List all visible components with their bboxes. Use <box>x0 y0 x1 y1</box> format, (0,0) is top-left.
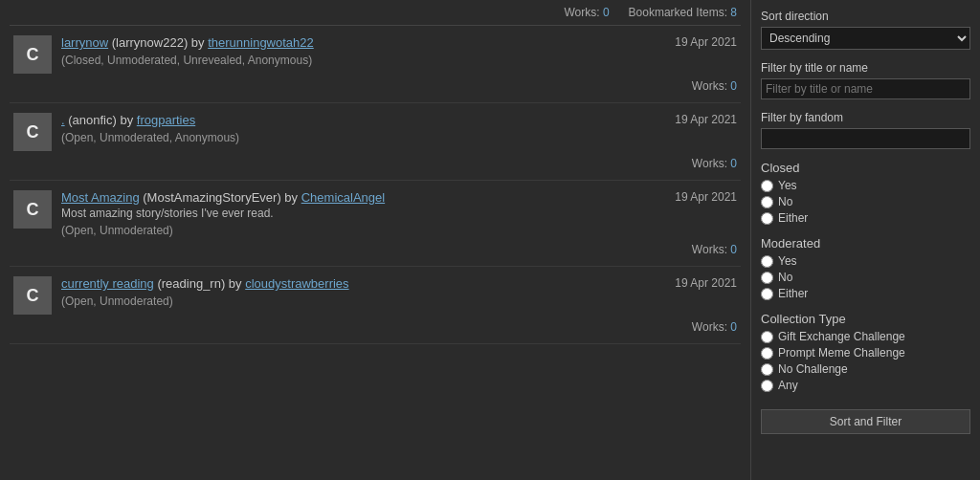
collection-author-link[interactable]: ChemicalAngel <box>301 190 385 205</box>
collection-left: C . (anonfic) by frogparties (Open, Unmo… <box>13 113 239 151</box>
closed-yes-radio[interactable] <box>761 180 773 192</box>
collection-header: C . (anonfic) by frogparties (Open, Unmo… <box>13 113 737 151</box>
collection-info: Most Amazing (MostAmazingStoryEver) by C… <box>61 190 385 237</box>
collection-meta: (Open, Unmoderated) <box>61 295 349 308</box>
works-count: Works: 0 <box>13 243 737 256</box>
works-count: Works: 0 <box>13 157 737 170</box>
gift-exchange-label[interactable]: Gift Exchange Challenge <box>761 330 970 343</box>
any-text: Any <box>778 379 798 392</box>
works-count: Works: 0 <box>13 79 737 93</box>
collection-item: C . (anonfic) by frogparties (Open, Unmo… <box>10 103 741 181</box>
filter-title-section: Filter by title or name <box>761 61 970 99</box>
works-label: Works: 0 <box>554 6 609 19</box>
closed-yes-label[interactable]: Yes <box>761 179 970 192</box>
works-count-link[interactable]: 0 <box>730 79 737 93</box>
top-bar: Works: 0 Bookmarked Items: 8 <box>10 0 741 26</box>
avatar: C <box>13 113 52 151</box>
any-radio[interactable] <box>761 380 773 392</box>
collection-title-link[interactable]: currently reading <box>61 276 154 291</box>
closed-either-radio[interactable] <box>761 212 773 225</box>
filter-title-input[interactable] <box>761 78 970 99</box>
prompt-meme-radio[interactable] <box>761 347 773 360</box>
collection-title-link[interactable]: . <box>61 113 65 127</box>
moderated-no-label[interactable]: No <box>761 271 970 284</box>
filter-title-label: Filter by title or name <box>761 61 970 75</box>
prompt-meme-label[interactable]: Prompt Meme Challenge <box>761 346 970 360</box>
bookmarked-label: Bookmarked Items: 8 <box>619 6 737 19</box>
collection-date: 19 Apr 2021 <box>675 190 737 204</box>
collection-title: larrynow (larrynow222) by therunningwota… <box>61 35 314 50</box>
works-count-link[interactable]: 0 <box>730 157 737 170</box>
collection-date: 19 Apr 2021 <box>675 35 737 49</box>
collection-left: C Most Amazing (MostAmazingStoryEver) by… <box>13 190 385 237</box>
sort-filter-button[interactable]: Sort and Filter <box>761 409 970 434</box>
any-label[interactable]: Any <box>761 379 970 392</box>
collection-meta: (Open, Unmoderated, Anonymous) <box>61 131 239 144</box>
collection-type-radio-group: Gift Exchange Challenge Prompt Meme Chal… <box>761 330 970 392</box>
works-count-link[interactable]: 0 <box>603 6 610 19</box>
collection-info: . (anonfic) by frogparties (Open, Unmode… <box>61 113 239 144</box>
collection-left: C currently reading (reading_rn) by clou… <box>13 276 349 315</box>
closed-yes-text: Yes <box>778 179 797 192</box>
closed-either-label[interactable]: Either <box>761 211 970 225</box>
gift-exchange-text: Gift Exchange Challenge <box>778 330 905 343</box>
collection-type-section: Collection Type Gift Exchange Challenge … <box>761 312 970 392</box>
avatar: C <box>13 276 52 315</box>
collection-left: C larrynow (larrynow222) by therunningwo… <box>13 35 314 74</box>
works-count-link[interactable]: 0 <box>730 243 737 256</box>
collection-header: C currently reading (reading_rn) by clou… <box>13 276 737 315</box>
collection-description: Most amazing story/stories I've ever rea… <box>61 207 385 220</box>
closed-heading: Closed <box>761 161 970 175</box>
filter-fandom-label: Filter by fandom <box>761 111 970 124</box>
moderated-radio-group: Yes No Either <box>761 254 970 300</box>
collection-header: C Most Amazing (MostAmazingStoryEver) by… <box>13 190 737 237</box>
moderated-heading: Moderated <box>761 236 970 251</box>
moderated-no-radio[interactable] <box>761 272 773 284</box>
moderated-yes-radio[interactable] <box>761 255 773 268</box>
avatar: C <box>13 190 52 229</box>
collection-meta: (Open, Unmoderated) <box>61 224 385 237</box>
collections-list: C larrynow (larrynow222) by therunningwo… <box>10 26 741 344</box>
closed-no-radio[interactable] <box>761 196 773 208</box>
prompt-meme-text: Prompt Meme Challenge <box>778 346 905 360</box>
gift-exchange-radio[interactable] <box>761 331 773 343</box>
collection-info: currently reading (reading_rn) by cloudy… <box>61 276 349 308</box>
moderated-yes-text: Yes <box>778 254 797 268</box>
moderated-no-text: No <box>778 271 792 284</box>
filter-fandom-input[interactable] <box>761 128 970 149</box>
collection-item: C Most Amazing (MostAmazingStoryEver) by… <box>10 181 741 267</box>
bookmarked-count-link[interactable]: 8 <box>730 6 737 19</box>
collection-info: larrynow (larrynow222) by therunningwota… <box>61 35 314 67</box>
collection-meta: (Closed, Unmoderated, Unrevealed, Anonym… <box>61 54 314 67</box>
moderated-either-radio[interactable] <box>761 288 773 300</box>
collection-item: C currently reading (reading_rn) by clou… <box>10 267 741 344</box>
collection-date: 19 Apr 2021 <box>675 113 737 126</box>
collection-title-link[interactable]: Most Amazing <box>61 190 140 205</box>
closed-no-label[interactable]: No <box>761 195 970 208</box>
avatar: C <box>13 35 52 74</box>
collection-title: currently reading (reading_rn) by cloudy… <box>61 276 349 291</box>
moderated-either-label[interactable]: Either <box>761 287 970 300</box>
collection-author-link[interactable]: frogparties <box>137 113 195 127</box>
collection-title: . (anonfic) by frogparties <box>61 113 239 127</box>
sort-direction-section: Sort direction Descending Ascending <box>761 10 970 50</box>
closed-no-text: No <box>778 195 792 208</box>
collection-author-link[interactable]: cloudystrawberries <box>245 276 348 291</box>
collection-author-link[interactable]: therunningwotah22 <box>208 35 314 50</box>
sort-direction-select[interactable]: Descending Ascending <box>761 27 970 50</box>
collection-header: C larrynow (larrynow222) by therunningwo… <box>13 35 737 74</box>
closed-section: Closed Yes No Either <box>761 161 970 225</box>
no-challenge-label[interactable]: No Challenge <box>761 362 970 376</box>
moderated-yes-label[interactable]: Yes <box>761 254 970 268</box>
no-challenge-text: No Challenge <box>778 362 848 376</box>
works-count-link[interactable]: 0 <box>730 320 737 334</box>
collection-title: Most Amazing (MostAmazingStoryEver) by C… <box>61 190 385 205</box>
main-content: Works: 0 Bookmarked Items: 8 C larrynow … <box>0 0 750 480</box>
collection-item: C larrynow (larrynow222) by therunningwo… <box>10 26 741 103</box>
collection-title-link[interactable]: larrynow <box>61 35 108 50</box>
sidebar: Sort direction Descending Ascending Filt… <box>750 0 980 480</box>
collection-type-heading: Collection Type <box>761 312 970 326</box>
closed-either-text: Either <box>778 211 808 225</box>
sort-direction-label: Sort direction <box>761 10 970 23</box>
no-challenge-radio[interactable] <box>761 363 773 376</box>
